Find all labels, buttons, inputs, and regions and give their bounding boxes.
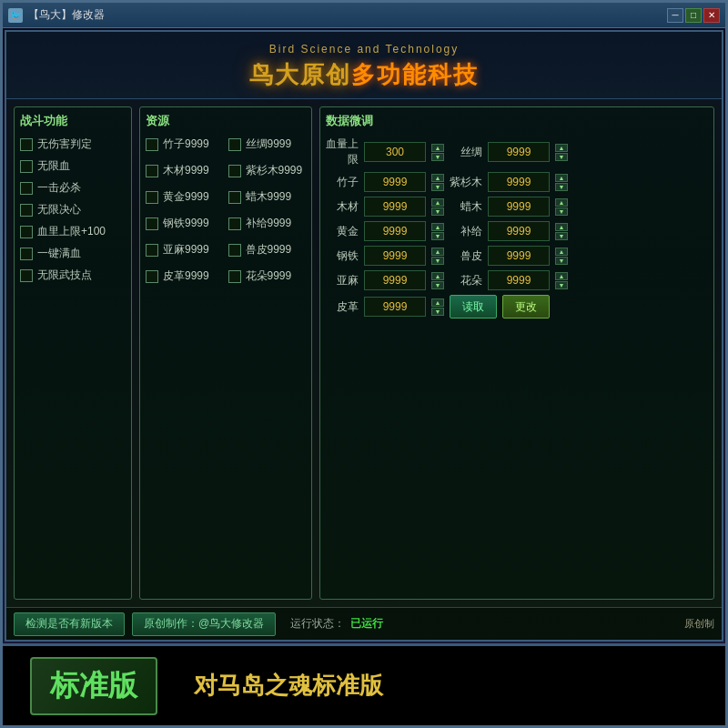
resource-item-8[interactable]: 亚麻9999 xyxy=(146,242,224,258)
resource-item-6[interactable]: 钢铁9999 xyxy=(146,216,224,231)
data-input-4-2[interactable] xyxy=(488,246,550,266)
resource-item-2[interactable]: 木材9999 xyxy=(146,163,224,178)
resource-item-1[interactable]: 丝绸9999 xyxy=(228,136,307,152)
spin-up-0-2[interactable]: ▲ xyxy=(555,144,568,152)
spin-up-0-1[interactable]: ▲ xyxy=(431,144,444,152)
minimize-button[interactable]: ─ xyxy=(667,8,683,23)
data-input-3-1[interactable] xyxy=(364,221,426,241)
data-input-2-1[interactable] xyxy=(364,197,426,217)
resource-grid: 竹子9999 丝绸9999 木材9999 紫杉木9999 xyxy=(146,136,306,290)
data-input-4-1[interactable] xyxy=(364,246,426,266)
data-label-5-2: 花朵 xyxy=(450,273,482,288)
data-input-2-2[interactable] xyxy=(488,197,550,217)
resource-checkbox-5[interactable] xyxy=(228,191,241,204)
resource-item-7[interactable]: 补给9999 xyxy=(228,216,307,231)
spin-up-5-1[interactable]: ▲ xyxy=(431,272,444,280)
spin-down-3-2[interactable]: ▼ xyxy=(555,232,568,240)
spin-down-0-1[interactable]: ▼ xyxy=(431,153,444,161)
spin-up-2-2[interactable]: ▲ xyxy=(555,198,568,207)
resource-checkbox-11[interactable] xyxy=(228,270,241,283)
data-input-0-1[interactable] xyxy=(364,142,426,162)
data-input-1-2[interactable] xyxy=(488,172,550,192)
resource-item-9[interactable]: 兽皮9999 xyxy=(228,242,307,258)
spin-up-2-1[interactable]: ▲ xyxy=(431,198,444,207)
combat-checkbox-3[interactable] xyxy=(20,204,33,217)
resource-label-0: 竹子9999 xyxy=(163,136,209,152)
spin-up-3-1[interactable]: ▲ xyxy=(431,223,444,231)
resource-item-0[interactable]: 竹子9999 xyxy=(146,136,224,152)
spin-down-5-2[interactable]: ▼ xyxy=(555,281,568,289)
spin-up-6-1[interactable]: ▲ xyxy=(431,298,444,307)
combat-item-5[interactable]: 一键满血 xyxy=(20,246,126,261)
combat-item-6[interactable]: 无限武技点 xyxy=(20,268,126,283)
combat-checkbox-2[interactable] xyxy=(20,182,33,195)
spin-down-6-1[interactable]: ▼ xyxy=(431,308,444,316)
resource-item-4[interactable]: 黄金9999 xyxy=(146,189,224,205)
spin-up-4-1[interactable]: ▲ xyxy=(431,248,444,256)
combat-item-3[interactable]: 无限决心 xyxy=(20,202,126,217)
maximize-button[interactable]: □ xyxy=(685,8,702,23)
spin-down-0-2[interactable]: ▼ xyxy=(555,153,568,161)
spin-up-1-1[interactable]: ▲ xyxy=(431,174,444,182)
data-input-6-1[interactable] xyxy=(364,297,426,317)
data-input-5-1[interactable] xyxy=(364,270,426,290)
data-input-3-2[interactable] xyxy=(488,221,550,241)
resource-checkbox-6[interactable] xyxy=(146,217,158,230)
spin-down-5-1[interactable]: ▼ xyxy=(431,281,444,289)
combat-checkbox-1[interactable] xyxy=(20,160,33,173)
spin-down-1-2[interactable]: ▼ xyxy=(555,183,568,191)
resource-item-10[interactable]: 皮革9999 xyxy=(146,268,224,284)
edition-text: 标准版 xyxy=(50,669,137,702)
combat-checkbox-5[interactable] xyxy=(20,248,33,260)
data-input-5-2[interactable] xyxy=(488,270,550,290)
resource-checkbox-10[interactable] xyxy=(146,270,158,283)
combat-label-0: 无伤害判定 xyxy=(37,136,92,152)
combat-label-6: 无限武技点 xyxy=(37,268,92,283)
spin-down-4-2[interactable]: ▼ xyxy=(555,257,568,265)
read-button[interactable]: 读取 xyxy=(450,295,497,318)
status-area: 运行状态： 已运行 xyxy=(290,616,383,632)
original-label: 原创制 xyxy=(684,617,714,631)
check-update-button[interactable]: 检测是否有新版本 xyxy=(14,612,125,636)
title-part2: 多功能科技 xyxy=(351,61,479,88)
combat-checkbox-6[interactable] xyxy=(20,269,33,282)
spin-up-1-2[interactable]: ▲ xyxy=(555,174,568,182)
combat-item-4[interactable]: 血里上限+100 xyxy=(20,224,126,239)
spin-up-3-2[interactable]: ▲ xyxy=(555,223,568,231)
resource-checkbox-9[interactable] xyxy=(228,244,241,257)
combat-item-1[interactable]: 无限血 xyxy=(20,158,126,174)
spin-down-1-1[interactable]: ▼ xyxy=(431,183,444,191)
modify-button[interactable]: 更改 xyxy=(502,295,550,318)
resource-checkbox-4[interactable] xyxy=(146,191,158,204)
spin-down-4-1[interactable]: ▼ xyxy=(431,257,444,265)
spin-down-3-1[interactable]: ▼ xyxy=(431,232,444,240)
header-subtitle: Bird Science and Technology xyxy=(15,43,713,56)
action-row: 检测是否有新版本 原创制作：@鸟大修改器 运行状态： 已运行 原创制 xyxy=(6,607,722,640)
status-value: 已运行 xyxy=(350,616,383,632)
resource-checkbox-1[interactable] xyxy=(228,138,241,151)
combat-item-0[interactable]: 无伤害判定 xyxy=(20,136,126,152)
resource-label-11: 花朵9999 xyxy=(246,268,292,284)
resource-label-2: 木材9999 xyxy=(163,163,209,178)
resource-checkbox-0[interactable] xyxy=(146,138,158,151)
combat-checkbox-0[interactable] xyxy=(20,138,33,151)
resource-checkbox-3[interactable] xyxy=(228,165,241,177)
original-author-button[interactable]: 原创制作：@鸟大修改器 xyxy=(132,612,276,636)
resource-item-3[interactable]: 紫杉木9999 xyxy=(228,163,307,178)
resource-checkbox-7[interactable] xyxy=(228,217,241,230)
resource-checkbox-8[interactable] xyxy=(146,244,158,257)
spin-1-1: ▲ ▼ xyxy=(431,174,444,191)
resource-item-11[interactable]: 花朵9999 xyxy=(228,268,307,284)
spin-up-5-2[interactable]: ▲ xyxy=(555,272,568,280)
resource-checkbox-2[interactable] xyxy=(146,165,158,177)
resource-item-5[interactable]: 蜡木9999 xyxy=(228,189,307,205)
spin-down-2-2[interactable]: ▼ xyxy=(555,207,568,216)
data-row-0: 血量上限 ▲ ▼ 丝绸 ▲ ▼ xyxy=(326,136,708,167)
data-input-1-1[interactable] xyxy=(364,172,426,192)
combat-checkbox-4[interactable] xyxy=(20,226,33,238)
close-button[interactable]: ✕ xyxy=(703,8,720,23)
spin-down-2-1[interactable]: ▼ xyxy=(431,207,444,216)
data-input-0-2[interactable] xyxy=(488,142,550,162)
spin-up-4-2[interactable]: ▲ xyxy=(555,248,568,256)
combat-item-2[interactable]: 一击必杀 xyxy=(20,180,126,196)
